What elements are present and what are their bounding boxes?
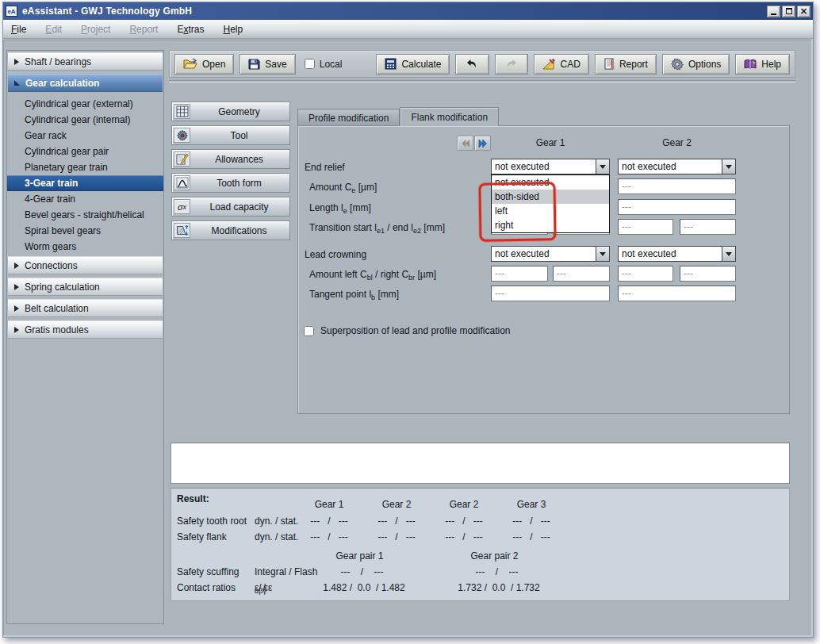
sidebar-section-connections[interactable]: Connections	[8, 256, 163, 274]
chevron-down-icon	[726, 165, 732, 169]
toolbar: Open Save Local Calculate CAD	[169, 50, 795, 78]
sidebar-section-gratis-modules[interactable]: Gratis modules	[8, 320, 163, 339]
amount-right-gear1-input[interactable]	[553, 266, 610, 282]
sidebar-item-cylindrical-gear-external[interactable]: Cylindrical gear (external)	[7, 96, 163, 112]
menu-extras[interactable]: Extras	[177, 24, 204, 35]
tab-flank-modification[interactable]: Flank modification	[400, 107, 499, 126]
load-capacity-button[interactable]: σx Load capacity	[171, 197, 290, 217]
superposition-checkbox-input[interactable]	[304, 326, 314, 336]
amount-ce-gear2-input[interactable]	[618, 178, 736, 194]
lead-crowning-gear2-dropdown[interactable]: not executed	[618, 246, 736, 262]
tab-profile-modification[interactable]: Profile modification	[297, 109, 400, 126]
nav-previous-button[interactable]	[457, 136, 473, 151]
tangent-point-label: Tangent point lb [mm]	[309, 289, 399, 300]
superposition-checkbox[interactable]: Superposition of lead and profile modifi…	[304, 325, 510, 336]
popup-item-not-executed[interactable]: not executed	[492, 175, 609, 190]
minimize-button[interactable]	[767, 6, 780, 17]
safety-flank-sub: dyn. / stat.	[255, 531, 298, 542]
calculate-button[interactable]: Calculate	[376, 54, 450, 75]
gear-icon	[671, 58, 684, 71]
sidebar-item-4-gear-train[interactable]: 4-Gear train	[7, 191, 163, 207]
result-gear2b-header: Gear 2	[430, 499, 498, 510]
amount-right-gear2-input[interactable]	[680, 266, 736, 282]
local-checkbox[interactable]: Local	[305, 59, 343, 70]
sidebar-item-bevel-gears[interactable]: Bevel gears - straight/helical	[7, 207, 163, 223]
end-relief-gear2-dropdown[interactable]: not executed	[618, 159, 736, 174]
result-value: 1.482 / 0.0 / 1.482	[312, 582, 416, 593]
tool-button[interactable]: Tool	[171, 125, 290, 145]
open-button[interactable]: Open	[174, 54, 234, 75]
sidebar-item-3-gear-train[interactable]: 3-Gear train	[7, 175, 163, 191]
tool-gear-icon	[174, 128, 190, 143]
end-relief-gear1-dropdown[interactable]: not executed	[491, 159, 610, 174]
end-relief-label: End relief	[305, 162, 345, 173]
sidebar-item-spiral-bevel-gears[interactable]: Spiral bevel gears	[7, 223, 163, 239]
length-le-label: Length le [mm]	[309, 202, 371, 213]
tangent-point-gear2-input[interactable]	[618, 286, 736, 301]
transition-end-gear2-input[interactable]	[680, 219, 736, 235]
dropdown-button[interactable]	[722, 247, 735, 261]
amount-ce-label: Amount Ce [µm]	[309, 182, 377, 193]
nav-next-button[interactable]	[474, 136, 491, 151]
menu-file[interactable]: File	[11, 24, 26, 35]
amount-left-gear1-input[interactable]	[491, 266, 548, 282]
result-value: --- / ---	[497, 531, 565, 542]
redo-button[interactable]	[495, 54, 528, 75]
amount-lr-label: Amount left Cbl / right Cbr [µm]	[309, 269, 436, 280]
maximize-button[interactable]	[782, 6, 795, 17]
collapsed-arrow-icon	[14, 327, 19, 333]
sidebar-item-cylindrical-gear-pair[interactable]: Cylindrical gear pair	[7, 144, 163, 159]
lead-crowning-gear1-dropdown[interactable]: not executed	[491, 246, 610, 262]
amount-left-gear2-input[interactable]	[618, 266, 673, 282]
report-button[interactable]: Report	[595, 54, 657, 75]
sidebar-item-worm-gears[interactable]: Worm gears	[7, 239, 163, 255]
window-controls: ×	[765, 6, 810, 17]
menu-help[interactable]: Help	[223, 24, 243, 35]
close-button[interactable]: ×	[797, 6, 810, 17]
redo-icon	[505, 59, 518, 70]
collapsed-arrow-icon	[14, 284, 19, 290]
result-value: --- / ---	[430, 516, 498, 527]
allowances-button[interactable]: Allowances	[171, 149, 290, 169]
undo-button[interactable]	[455, 54, 489, 75]
modifications-button[interactable]: Modifications	[171, 220, 290, 240]
length-le-gear2-input[interactable]	[618, 199, 736, 215]
safety-tooth-root-label: Safety tooth root	[177, 516, 247, 527]
sidebar-item-planetary-gear-train[interactable]: Planetary gear train	[7, 159, 163, 175]
title-bar: eA eAssistant - GWJ Technology GmbH ×	[3, 2, 813, 20]
transition-start-gear2-input[interactable]	[618, 219, 673, 235]
help-button[interactable]: Help	[735, 54, 790, 75]
save-button[interactable]: Save	[239, 54, 295, 75]
sidebar-item-gear-rack[interactable]: Gear rack	[7, 128, 163, 144]
options-button[interactable]: Options	[662, 54, 730, 75]
popup-item-both-sided[interactable]: both-sided	[492, 190, 609, 204]
undo-icon	[466, 59, 478, 70]
geometry-button[interactable]: Geometry	[171, 102, 290, 121]
tooth-form-button[interactable]: Tooth form	[171, 173, 290, 193]
chevron-down-icon	[600, 252, 606, 256]
local-checkbox-input[interactable]	[305, 59, 315, 69]
menu-project: Project	[81, 24, 110, 35]
sidebar-section-gear-calculation[interactable]: Gear calculation	[8, 74, 163, 92]
dropdown-button[interactable]	[596, 159, 609, 174]
app-icon: eA	[6, 6, 17, 17]
sidebar-section-shaft-bearings[interactable]: Shaft / bearings	[8, 52, 163, 71]
expanded-arrow-icon	[14, 80, 20, 86]
menu-bar: File Edit Project Report Extras Help	[3, 20, 813, 39]
sidebar-item-cylindrical-gear-internal[interactable]: Cylindrical gear (internal)	[7, 112, 163, 128]
collapsed-arrow-icon	[14, 263, 19, 269]
allowances-pencil-icon	[174, 151, 190, 167]
dropdown-button[interactable]	[722, 159, 735, 174]
help-book-icon	[744, 59, 757, 70]
cad-button[interactable]: CAD	[534, 54, 589, 75]
section-label: Connections	[25, 260, 78, 271]
popup-item-right[interactable]: right	[492, 218, 609, 232]
sidebar-section-belt-calculation[interactable]: Belt calculation	[8, 299, 163, 317]
dropdown-button[interactable]	[596, 247, 609, 261]
result-value: --- / ---	[447, 566, 546, 577]
tangent-point-gear1-input[interactable]	[491, 286, 610, 301]
chevron-down-icon	[600, 165, 606, 169]
popup-item-left[interactable]: left	[492, 204, 609, 218]
sidebar-section-spring-calculation[interactable]: Spring calculation	[8, 278, 163, 296]
floppy-disk-icon	[248, 58, 260, 70]
